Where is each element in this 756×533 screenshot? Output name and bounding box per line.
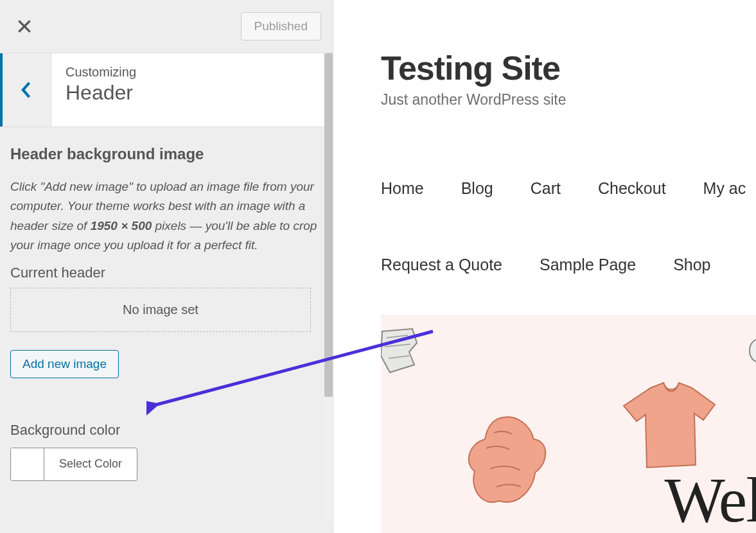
nav-blog[interactable]: Blog [461,179,493,198]
close-button[interactable] [5,7,44,46]
color-swatch [11,448,44,480]
no-image-placeholder: No image set [10,288,311,332]
back-button[interactable] [0,53,51,127]
nav-sample-page[interactable]: Sample Page [540,256,636,274]
section-eyebrow: Customizing [66,65,319,80]
chevron-left-icon [20,81,31,99]
header-bg-heading: Header background image [10,145,322,163]
background-color-heading: Background color [10,422,322,439]
close-icon [16,18,33,35]
nav-cart[interactable]: Cart [531,179,561,198]
sidebar-scrollbar[interactable] [324,53,333,522]
sketch-earbuds-icon [747,334,756,379]
add-new-image-button[interactable]: Add new image [10,350,119,378]
section-header: Customizing Header [0,53,333,127]
customizer-sidebar: Published Customizing Header Header back… [0,0,333,533]
site-title: Testing Site [381,49,756,87]
sketch-jacket-icon [458,411,554,514]
customizer-topbar: Published [0,0,333,53]
nav-my-account[interactable]: My ac [703,179,746,198]
select-color-label: Select Color [44,448,137,480]
nav-home[interactable]: Home [381,179,424,198]
svg-point-0 [750,339,756,362]
panel-body: Header background image Click "Add new i… [0,127,333,491]
sketch-folded-fabric-icon [381,326,422,378]
nav-shop[interactable]: Shop [673,256,710,274]
nav-request-quote[interactable]: Request a Quote [381,256,502,274]
nav-checkout[interactable]: Checkout [598,179,666,198]
background-color-section: Background color Select Color [10,422,322,481]
sidebar-scrollbar-thumb[interactable] [324,53,333,397]
hero-text: Wel [664,463,756,533]
current-header-label: Current header [10,265,322,281]
site-nav: Home Blog Cart Checkout My ac Request a … [333,109,756,274]
published-button[interactable]: Published [241,12,321,40]
section-title: Header [66,81,319,105]
section-header-text: Customizing Header [51,53,333,127]
hero-banner: Wel [381,315,756,533]
header-bg-description: Click "Add new image" to upload an image… [10,177,322,256]
site-preview: Testing Site Just another WordPress site… [333,0,756,533]
color-picker[interactable]: Select Color [10,448,137,481]
site-tagline: Just another WordPress site [381,91,756,109]
desc-dim: 1950 × 500 [91,219,152,232]
site-header: Testing Site Just another WordPress site [333,0,756,109]
